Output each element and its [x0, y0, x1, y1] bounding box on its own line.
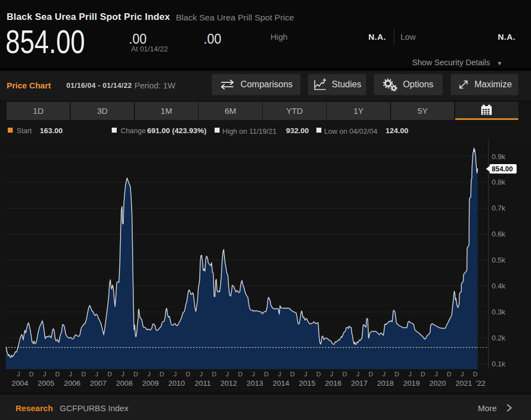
svg-text:D: D [212, 371, 216, 377]
svg-text:D: D [290, 371, 295, 377]
svg-text:854.00: 854.00 [492, 165, 513, 173]
svg-text:D: D [473, 371, 477, 377]
svg-text:J: J [461, 371, 464, 377]
svg-text:J: J [330, 371, 334, 377]
svg-text:D: D [81, 371, 86, 377]
svg-text:0.9k: 0.9k [492, 153, 506, 161]
svg-text:J: J [304, 371, 308, 377]
svg-text:J: J [17, 371, 20, 377]
svg-text:D: D [107, 371, 112, 377]
svg-text:2008: 2008 [116, 379, 133, 387]
svg-text:D: D [342, 371, 347, 377]
svg-text:0.2k: 0.2k [492, 334, 506, 342]
svg-text:0.8k: 0.8k [492, 178, 506, 186]
svg-text:D: D [133, 371, 138, 377]
svg-text:2010: 2010 [168, 379, 185, 387]
svg-text:2020: 2020 [429, 379, 446, 387]
svg-text:2009: 2009 [142, 379, 159, 387]
svg-text:0.6k: 0.6k [492, 230, 506, 238]
svg-text:'22: '22 [476, 379, 486, 387]
svg-text:J: J [174, 371, 177, 377]
svg-text:0.3k: 0.3k [492, 308, 506, 316]
svg-text:J: J [200, 371, 203, 377]
svg-text:2011: 2011 [195, 379, 211, 387]
svg-text:D: D [447, 371, 451, 377]
svg-text:2007: 2007 [90, 379, 107, 387]
svg-text:J: J [356, 371, 360, 377]
svg-text:J: J [278, 371, 281, 377]
svg-text:D: D [186, 371, 190, 377]
svg-text:J: J [121, 371, 124, 377]
svg-text:J: J [95, 371, 98, 377]
svg-text:2013: 2013 [247, 379, 263, 387]
svg-text:2004: 2004 [12, 379, 29, 387]
svg-text:2019: 2019 [403, 379, 420, 387]
svg-text:2014: 2014 [273, 379, 290, 387]
svg-text:J: J [408, 371, 412, 377]
svg-text:D: D [368, 371, 373, 377]
svg-text:D: D [160, 371, 164, 377]
svg-text:J: J [382, 371, 386, 377]
svg-text:2015: 2015 [299, 379, 315, 387]
svg-text:2006: 2006 [64, 379, 80, 387]
svg-text:2017: 2017 [351, 379, 368, 387]
svg-text:0.4k: 0.4k [492, 282, 506, 290]
svg-text:D: D [238, 371, 242, 377]
svg-text:J: J [69, 371, 72, 377]
svg-text:2018: 2018 [377, 379, 394, 387]
svg-text:2016: 2016 [325, 379, 341, 387]
svg-text:D: D [29, 371, 34, 377]
svg-text:0.7k: 0.7k [492, 204, 506, 212]
svg-text:J: J [43, 371, 46, 377]
svg-text:2005: 2005 [38, 379, 54, 387]
svg-text:2012: 2012 [221, 379, 237, 387]
svg-text:D: D [55, 371, 60, 377]
svg-text:0.5k: 0.5k [492, 256, 506, 264]
svg-text:J: J [226, 371, 229, 377]
svg-text:J: J [435, 371, 438, 377]
svg-text:D: D [316, 371, 321, 377]
svg-text:D: D [264, 371, 268, 377]
svg-text:J: J [252, 371, 255, 377]
svg-text:D: D [421, 371, 425, 377]
svg-text:0.1k: 0.1k [492, 360, 506, 368]
svg-text:D: D [394, 371, 399, 377]
svg-text:J: J [147, 371, 150, 377]
svg-text:2021: 2021 [455, 379, 472, 387]
